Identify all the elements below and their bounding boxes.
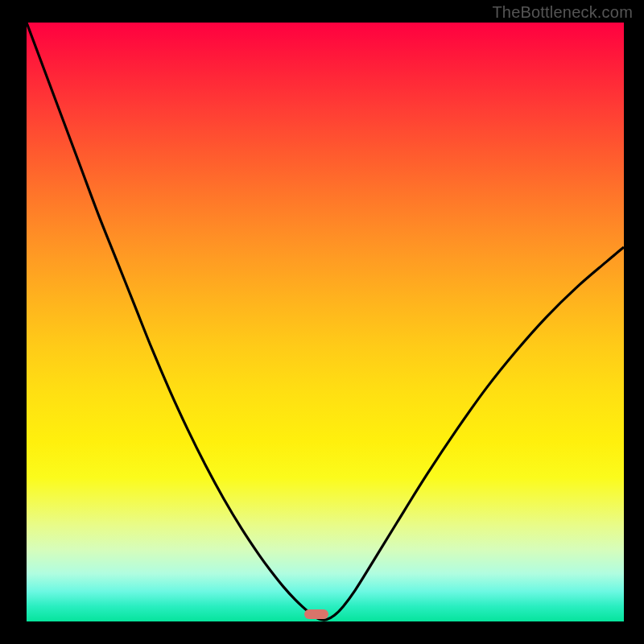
chart-stage: TheBottleneck.com xyxy=(0,0,644,644)
bottleneck-curve xyxy=(0,0,644,644)
curve-path xyxy=(27,23,624,620)
watermark-text: TheBottleneck.com xyxy=(492,3,633,22)
optimal-marker xyxy=(304,609,328,619)
